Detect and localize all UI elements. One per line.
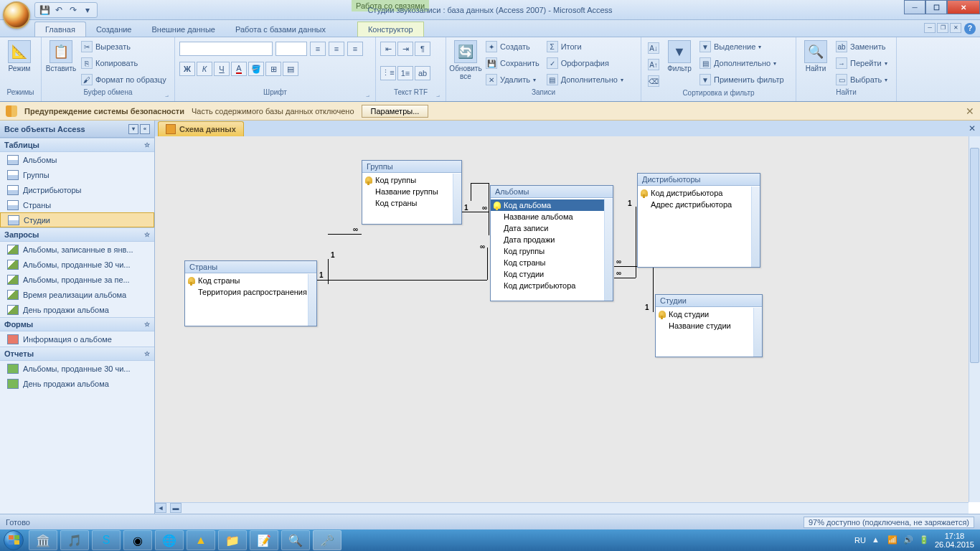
table-scrollbar[interactable] [751, 187, 760, 267]
font-size-combo[interactable] [275, 42, 307, 56]
nav-collapse-icon[interactable]: « [140, 124, 150, 134]
ribbon-tab-create[interactable]: Создание [86, 22, 142, 37]
totals-button[interactable]: ΣИтоги [545, 39, 626, 55]
nav-group-header[interactable]: Запросы☆ [0, 227, 154, 242]
diagram-table-countries[interactable]: Страны Код страны Территория распростран… [184, 260, 317, 326]
nav-item[interactable]: День продажи альбома [0, 302, 154, 317]
tray-flag-icon[interactable]: ▲ [872, 535, 882, 545]
bullets-icon[interactable]: ⋮≡ [380, 66, 396, 80]
language-indicator[interactable]: RU [854, 536, 866, 545]
field-row[interactable]: Код страны [185, 275, 316, 286]
table-scrollbar[interactable] [308, 274, 316, 326]
security-options-button[interactable]: Параметры... [362, 105, 429, 118]
spelling-button[interactable]: ✓Орфография [545, 55, 626, 71]
nav-item[interactable]: Альбомы [0, 152, 154, 167]
clear-sort-button[interactable]: ⌫ [646, 73, 661, 89]
bold-button[interactable]: Ж [179, 62, 195, 76]
filter-button[interactable]: ▼ Фильтр [664, 39, 694, 88]
new-record-button[interactable]: ✦Создать [484, 39, 542, 55]
tray-network-icon[interactable]: 📶 [887, 535, 897, 545]
taskbar-item[interactable]: 🌐 [155, 530, 184, 550]
align-right-icon[interactable]: ≡ [347, 42, 363, 56]
format-painter-button[interactable]: 🖌Формат по образцу [79, 72, 169, 88]
highlight-icon[interactable]: ab [415, 66, 430, 80]
horizontal-scrollbar[interactable]: ◄ ▬ [155, 502, 969, 514]
nav-item[interactable]: Альбомы, проданные 30 чи... [0, 257, 154, 272]
field-row[interactable]: Дата записи [491, 222, 613, 234]
table-scrollbar[interactable] [753, 308, 762, 357]
field-row[interactable]: Код группы [491, 245, 613, 257]
diagram-table-distributors[interactable]: Дистрибьюторы Код дистрибьютора Адрес ди… [637, 173, 760, 268]
advanced-filter-button[interactable]: ▤Дополнительно ▾ [697, 55, 786, 71]
mdi-restore[interactable]: ❐ [937, 23, 948, 33]
taskbar-item[interactable]: 🗝️ [313, 530, 341, 550]
numbering-icon[interactable]: 1≡ [397, 66, 413, 80]
italic-button[interactable]: К [197, 62, 212, 76]
maximize-button[interactable]: ☐ [925, 0, 947, 14]
field-row[interactable]: Код страны [491, 257, 613, 268]
nav-group-header[interactable]: Отчеты☆ [0, 347, 154, 361]
mdi-close[interactable]: ✕ [950, 23, 961, 33]
close-button[interactable]: ✕ [947, 0, 980, 14]
ribbon-tab-external[interactable]: Внешние данные [142, 22, 225, 37]
sort-asc-button[interactable]: A↓ [646, 40, 661, 56]
start-button[interactable] [0, 529, 27, 551]
taskbar-item[interactable]: 🎵 [60, 530, 89, 550]
document-tab-relationships[interactable]: Схема данных [158, 121, 244, 136]
taskbar-item[interactable]: ◉ [123, 530, 152, 550]
taskbar-item[interactable]: ▲ [187, 530, 215, 550]
taskbar-item[interactable]: 📝 [250, 530, 278, 550]
alt-row-button[interactable]: ▤ [283, 62, 298, 76]
field-row[interactable]: Код дистрибьютора [638, 187, 760, 199]
save-record-button[interactable]: 💾Сохранить [484, 55, 542, 71]
refresh-button[interactable]: 🔄 Обновить все [451, 39, 481, 88]
indent-dec-icon[interactable]: ⇤ [380, 42, 396, 56]
fill-color-button[interactable]: 🪣 [248, 62, 264, 76]
tray-battery-icon[interactable]: 🔋 [919, 535, 929, 545]
field-row[interactable]: Код студии [656, 309, 762, 320]
help-icon[interactable]: ? [964, 23, 976, 34]
field-row[interactable]: Код группы [362, 174, 461, 186]
nav-item[interactable]: Альбомы, проданные за пе... [0, 272, 154, 287]
nav-dropdown-icon[interactable]: ▾ [128, 124, 138, 134]
field-row[interactable]: Код альбома [491, 199, 613, 211]
field-row[interactable]: Код дистрибьютора [491, 280, 613, 291]
nav-item[interactable]: Страны [0, 197, 154, 212]
scroll-left-icon[interactable]: ◄ [155, 503, 166, 513]
indent-inc-icon[interactable]: ⇥ [397, 42, 413, 56]
goto-button[interactable]: →Перейти ▾ [834, 55, 890, 71]
save-icon[interactable]: 💾 [38, 4, 51, 17]
diagram-table-studios[interactable]: Студии Код студии Название студии [655, 294, 763, 357]
taskbar-item[interactable]: 🏛️ [29, 530, 57, 550]
paste-button[interactable]: 📋 Вставить [46, 39, 76, 88]
security-close-icon[interactable]: ✕ [966, 105, 974, 117]
find-button[interactable]: 🔍 Найти [801, 39, 831, 88]
scrollbar-thumb[interactable] [970, 148, 979, 363]
mdi-minimize[interactable]: ─ [924, 23, 936, 33]
nav-item[interactable]: Информация о альбоме [0, 331, 154, 347]
nav-item[interactable]: Студии [0, 212, 154, 227]
view-button[interactable]: 📐 Режим [4, 39, 34, 88]
qat-more-icon[interactable]: ▾ [81, 4, 94, 17]
scroll-thumb[interactable]: ▬ [170, 503, 182, 513]
nav-item[interactable]: Время реализации альбома [0, 287, 154, 302]
ribbon-tab-home[interactable]: Главная [34, 22, 86, 37]
delete-record-button[interactable]: ✕Удалить ▾ [484, 72, 542, 88]
sort-desc-button[interactable]: A↑ [646, 57, 661, 72]
gridlines-button[interactable]: ⊞ [265, 62, 281, 76]
nav-item[interactable]: Альбомы, проданные 30 чи... [0, 361, 154, 376]
field-row[interactable]: Код страны [362, 197, 461, 209]
nav-item[interactable]: Группы [0, 167, 154, 182]
field-row[interactable]: Название группы [362, 186, 461, 197]
field-row[interactable]: Дата продажи [491, 234, 613, 245]
nav-item[interactable]: Дистрибьюторы [0, 182, 154, 197]
taskbar-item[interactable]: 🔍 [281, 530, 310, 550]
field-row[interactable]: Код студии [491, 268, 613, 280]
align-left-icon[interactable]: ≡ [310, 42, 326, 56]
office-button[interactable] [3, 1, 30, 29]
field-row[interactable]: Адрес дистрибьютора [638, 199, 760, 210]
undo-icon[interactable]: ↶ [52, 4, 65, 17]
redo-icon[interactable]: ↷ [67, 4, 80, 17]
nav-group-header[interactable]: Формы☆ [0, 317, 154, 331]
ribbon-tab-design[interactable]: Конструктор [357, 22, 424, 37]
